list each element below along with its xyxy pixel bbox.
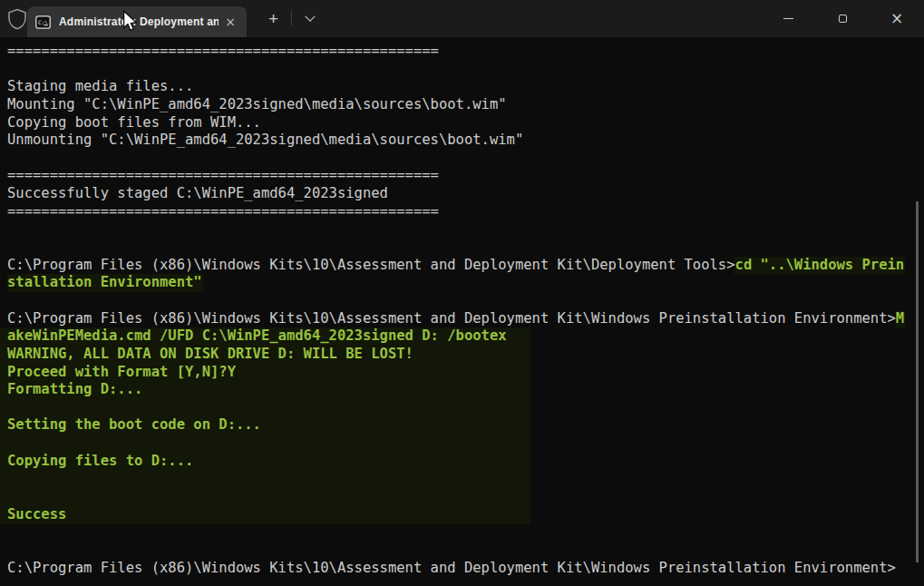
terminal-line: Formatting D:... [0,381,924,399]
minimize-button[interactable] [761,0,815,37]
terminal-line: Copying boot files from WIM... [0,114,924,132]
chevron-down-icon [305,11,315,21]
terminal-line: ========================================… [0,43,924,61]
terminal-line: Staging media files... [0,78,924,96]
terminal-line [0,292,924,310]
terminal-lines: ========================================… [0,37,924,577]
terminal-line: Proceed with Format [Y,N]?Y [0,364,924,382]
terminal-line: C:\Program Files (x86)\Windows Kits\10\A… [0,257,924,275]
terminal-line [0,542,924,560]
mouse-cursor [122,10,138,32]
terminal-line: Copying files to D:... [0,453,924,471]
terminal-window: { "title_bar": { "tab": { "title": "Admi… [0,0,924,586]
new-tab-button[interactable]: + [259,5,287,33]
terminal-line: ========================================… [0,167,924,185]
minimize-icon [783,18,793,19]
terminal-line: C:\Program Files (x86)\Windows Kits\10\A… [0,560,924,578]
title-bar: C:\ Administrator: Deployment an × + × [0,0,924,37]
terminal-line [0,220,924,239]
window-controls: × [761,0,924,37]
terminal-line [0,61,924,79]
maximize-icon [839,15,847,23]
terminal-line: Setting the boot code on D:... [0,416,924,435]
tab-close-icon[interactable]: × [222,15,238,29]
terminal-line: C:\Program Files (x86)\Windows Kits\10\A… [0,310,924,328]
close-button[interactable]: × [870,0,924,37]
admin-shield-icon [7,8,27,30]
terminal-line [0,488,924,506]
terminal-line: Unmounting "C:\WinPE_amd64_2023signed\me… [0,132,924,150]
terminal-line [0,150,924,168]
terminal-line [0,523,924,542]
terminal-line: Successfully staged C:\WinPE_amd64_2023s… [0,185,924,203]
terminal-line [0,470,924,488]
terminal-line: ========================================… [0,203,924,221]
terminal-line [0,435,924,453]
maximize-button[interactable] [815,0,870,37]
tab-title: Administrator: Deployment an [59,15,219,28]
terminal-line [0,399,924,417]
terminal-line [0,239,924,257]
terminal-line: stallation Environment" [0,274,924,292]
close-icon: × [890,11,903,26]
tabbar-separator [291,11,292,26]
terminal-screen[interactable]: ========================================… [0,37,924,586]
svg-text:C:\: C:\ [38,18,48,24]
scrollbar-thumb[interactable] [916,201,919,562]
cmd-icon: C:\ [35,15,51,29]
terminal-line: akeWinPEMedia.cmd /UFD C:\WinPE_amd64_20… [0,327,924,346]
terminal-line: Mounting "C:\WinPE_amd64_2023signed\medi… [0,96,924,114]
terminal-line: WARNING, ALL DATA ON DISK DRIVE D: WILL … [0,346,924,364]
tab-dropdown-button[interactable] [297,5,324,33]
terminal-line: Success [0,506,924,524]
